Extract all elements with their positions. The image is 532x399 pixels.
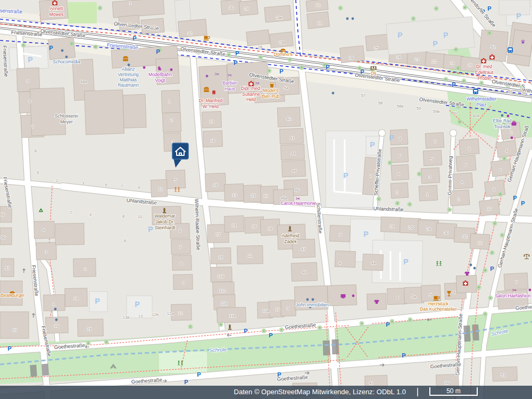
poi-label: Caros Haarmonie xyxy=(281,201,317,206)
house-number: 8 xyxy=(29,99,31,104)
house-number: 9 xyxy=(182,280,185,285)
parking-area-icon: P xyxy=(397,31,402,39)
poi-label: Steinhardt xyxy=(155,225,176,230)
house-number: 7 xyxy=(516,280,518,285)
house-number: 55 xyxy=(0,212,4,217)
house-number: 6 xyxy=(179,228,181,233)
parking-icon: P xyxy=(197,371,201,378)
house-number: 28 xyxy=(427,227,431,231)
house-number: 2 xyxy=(84,267,86,271)
house-number: 8 xyxy=(180,261,182,266)
pedestrian-crossing xyxy=(41,364,49,376)
poi-label: Edeltraut xyxy=(475,70,494,75)
house-number: 16 xyxy=(252,224,256,229)
poi-label: Das Kuchenatelier xyxy=(420,306,457,312)
house-number: 47 xyxy=(301,247,305,252)
house-number: 11a xyxy=(229,313,236,318)
house-number: 7 xyxy=(179,245,181,250)
tree-icon xyxy=(268,70,270,71)
poi-label: Barbier xyxy=(222,80,237,86)
house-number: 6 xyxy=(396,295,398,300)
poi-label: Dr. Manfred xyxy=(199,98,223,103)
house-number: 12 xyxy=(478,240,482,245)
house-number: 48a xyxy=(80,79,87,84)
house-number: 13 xyxy=(138,314,143,319)
poi-dot-icon xyxy=(54,308,57,311)
parking-area-icon: P xyxy=(148,225,153,234)
tree-icon xyxy=(435,7,437,9)
house-number: 18 xyxy=(211,138,215,143)
house-number: 1 xyxy=(129,1,131,5)
house-number: 13a xyxy=(123,315,130,320)
house-number: 4 xyxy=(339,261,341,265)
tree-icon xyxy=(409,319,411,320)
parking-icon: P xyxy=(490,265,494,272)
house-number: 15 xyxy=(87,327,92,331)
poi-dot-icon xyxy=(352,18,354,20)
poi-dot-icon xyxy=(170,69,173,71)
parking-area-icon: P xyxy=(95,297,99,305)
house-number: 5a xyxy=(412,294,417,299)
house-number: 4 xyxy=(453,290,455,295)
house-number: 28b xyxy=(276,15,283,20)
pedestrian-crossing xyxy=(332,339,339,354)
house-number: 10a xyxy=(263,309,270,313)
house-number: 2 xyxy=(396,190,398,195)
house-number: 6 xyxy=(398,153,401,158)
tree-icon xyxy=(489,297,491,298)
poi-label: Dr. med xyxy=(476,64,492,69)
parking-icon: P xyxy=(244,328,247,334)
poi-label: Beat Burger xyxy=(1,293,25,298)
house-number: 42 xyxy=(287,117,291,121)
parking-icon: P xyxy=(386,321,389,328)
house-number: 5 xyxy=(174,178,177,182)
house-number: 5 xyxy=(105,182,107,187)
house-number: 28a xyxy=(279,40,286,45)
house-number: 3 xyxy=(82,181,84,186)
tree-icon xyxy=(301,66,302,68)
house-number: 9 xyxy=(138,185,140,190)
parking-icon: P xyxy=(326,64,329,70)
parking-icon: P xyxy=(269,332,272,338)
parking-icon: P xyxy=(235,50,239,56)
house-number: 6 xyxy=(124,238,126,243)
map-viewport[interactable]: ✂✂✂✂✂♞♛PPPPPPPPPPPPPPPPPPPPPPPPPPPPPPPPP… xyxy=(0,0,532,399)
house-number: 3 xyxy=(429,174,431,179)
house-number: 11 xyxy=(159,187,163,192)
poi-dot-icon xyxy=(346,18,349,20)
building xyxy=(30,88,65,136)
tree-icon xyxy=(323,64,325,65)
tree-icon xyxy=(105,341,107,343)
poi-label: Platz xyxy=(477,102,487,107)
home-marker-box xyxy=(172,143,188,159)
poi-label: Schlosserei xyxy=(55,113,78,119)
house-number: 52 xyxy=(491,45,495,49)
parking-icon: P xyxy=(452,81,455,88)
poi-dot-icon xyxy=(55,319,58,321)
jewelry-shop-icon: ♛ xyxy=(521,39,526,45)
house-number: 12b xyxy=(152,312,159,317)
pub-icon xyxy=(270,83,274,88)
poi-dot-icon xyxy=(511,137,513,139)
house-number: 5 xyxy=(37,170,39,175)
tree-icon xyxy=(289,59,290,60)
house-number: 11b xyxy=(221,301,227,306)
tree-icon xyxy=(488,32,490,34)
house-number: 24 xyxy=(390,224,394,229)
bus-stop-icon xyxy=(508,47,513,53)
house-number: 6 xyxy=(35,148,37,153)
attribution-text: Daten © OpenStreetMap Mitwirkende, Lizen… xyxy=(234,388,406,396)
house-number: 13 xyxy=(232,193,237,197)
house-number: 43 xyxy=(290,136,294,140)
house-number: 4 xyxy=(43,228,45,232)
poi-label: Modellbahn xyxy=(148,72,172,77)
poi-dot-icon xyxy=(470,264,472,267)
poi-label: Salon Hairfashion xyxy=(495,293,530,298)
parking-area-icon: P xyxy=(135,300,139,309)
poi-label: Meyer xyxy=(60,119,73,124)
map-canvas[interactable]: ✂✂✂✂✂♞♛PPPPPPPPPPPPPPPPPPPPPPPPPPPPPPPPP… xyxy=(0,0,532,399)
house-number: 9 xyxy=(287,306,289,311)
tree-icon xyxy=(499,193,501,195)
svg-text:✂: ✂ xyxy=(512,287,517,293)
house-number: 8 xyxy=(122,214,124,219)
